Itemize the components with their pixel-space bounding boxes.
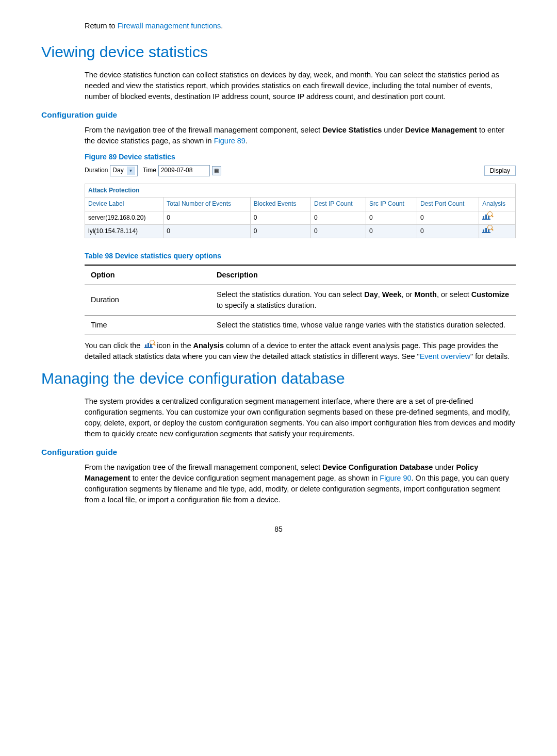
- table-row: Duration Select the statistics duration.…: [85, 285, 516, 315]
- opt-time: Time: [85, 315, 210, 335]
- cell: 0: [310, 224, 366, 238]
- page-number: 85: [41, 524, 516, 534]
- analysis-chart-icon-inline: [144, 340, 153, 351]
- bold-customize: Customize: [471, 290, 509, 299]
- txt: .: [245, 137, 248, 145]
- return-prefix: Return to: [85, 22, 118, 30]
- display-button[interactable]: Display: [484, 166, 516, 176]
- figure89: Duration Day ▾ Time 2009-07-08 ▦ Display…: [85, 165, 516, 238]
- cell: 0: [163, 224, 251, 238]
- txt: From the navigation tree of the firewall…: [85, 126, 322, 134]
- cell: 0: [250, 211, 310, 224]
- table-row: server(192.168.0.20) 0 0 0 0 0: [85, 211, 516, 224]
- txt: From the navigation tree of the firewall…: [85, 463, 322, 471]
- heading-viewing-stats: Viewing device statistics: [41, 41, 516, 63]
- heading-managing-db: Managing the device configuration databa…: [41, 367, 516, 390]
- cell-device-label: server(192.168.0.20): [85, 211, 163, 224]
- opt-duration: Duration: [85, 285, 210, 315]
- txt: , or select: [437, 290, 471, 299]
- cell-analysis[interactable]: [479, 211, 516, 224]
- cell-device-label: lyl(10.154.78.114): [85, 224, 163, 238]
- bold-analysis: Analysis: [193, 341, 224, 350]
- figure89-link[interactable]: Figure 89: [214, 137, 245, 145]
- config-guide-para-1: From the navigation tree of the firewall…: [85, 125, 516, 146]
- bold-day: Day: [364, 290, 378, 299]
- txt: under: [433, 463, 456, 471]
- cell: 0: [310, 211, 366, 224]
- col-dest-ip: Dest IP Count: [310, 198, 366, 211]
- calendar-icon[interactable]: ▦: [212, 166, 221, 175]
- cell: 0: [250, 224, 310, 238]
- desc-time: Select the statistics time, whose value …: [210, 315, 516, 335]
- bold-month: Month: [414, 290, 436, 299]
- cell: 0: [417, 224, 479, 238]
- cell: 0: [366, 211, 417, 224]
- section2-para: The system provides a centralized config…: [85, 396, 516, 439]
- table98-wrap: Option Description Duration Select the s…: [85, 265, 516, 335]
- txt: to specify a statistics duration.: [217, 301, 316, 309]
- after-table-para: You can click the icon in the Analysis c…: [85, 340, 516, 363]
- col-blocked-events: Blocked Events: [250, 198, 310, 211]
- txt: " for details.: [470, 352, 510, 360]
- table-row: Time Select the statistics time, whose v…: [85, 315, 516, 335]
- txt: under: [382, 126, 405, 134]
- figure89-caption: Figure 89 Device statistics: [85, 152, 516, 162]
- time-input[interactable]: 2009-07-08: [158, 165, 210, 176]
- return-line: Return to Firewall management functions.: [85, 21, 516, 31]
- cell: 0: [417, 211, 479, 224]
- attack-protection-title: Attack Protection: [85, 184, 516, 197]
- col-dest-port: Dest Port Count: [417, 198, 479, 211]
- duration-select[interactable]: Day ▾: [110, 165, 137, 176]
- desc-duration: Select the statistics duration. You can …: [210, 285, 516, 315]
- col-analysis: Analysis: [479, 198, 516, 211]
- bold-device-config-db: Device Configuration Database: [322, 463, 433, 471]
- duration-label: Duration: [85, 166, 108, 175]
- cell: 0: [366, 224, 417, 238]
- txt: You can click the: [85, 341, 142, 350]
- table-row: lyl(10.154.78.114) 0 0 0 0 0: [85, 224, 516, 238]
- figure-toolbar: Duration Day ▾ Time 2009-07-08 ▦ Display: [85, 165, 516, 176]
- return-suffix: .: [221, 22, 223, 30]
- config-guide-heading-2: Configuration guide: [41, 447, 516, 458]
- time-label: Time: [143, 166, 156, 175]
- section2-para2: From the navigation tree of the firewall…: [85, 462, 516, 505]
- event-overview-link[interactable]: Event overview: [420, 352, 470, 360]
- col-description: Description: [210, 265, 516, 285]
- figure90-link[interactable]: Figure 90: [380, 474, 411, 482]
- device-stats-table: Device Label Total Number of Events Bloc…: [85, 197, 516, 238]
- intro-para-1: The device statistics function can colle…: [85, 70, 516, 102]
- return-link[interactable]: Firewall management functions: [118, 22, 221, 30]
- chevron-down-icon: ▾: [127, 167, 135, 175]
- table98-caption: Table 98 Device statistics query options: [85, 251, 516, 261]
- table-header-row: Option Description: [85, 265, 516, 285]
- table98: Option Description Duration Select the s…: [85, 265, 516, 335]
- analysis-chart-icon: [482, 213, 490, 220]
- col-src-ip: Src IP Count: [366, 198, 417, 211]
- config-guide-heading-1: Configuration guide: [41, 109, 516, 121]
- cell-analysis[interactable]: [479, 224, 516, 238]
- txt: , or: [401, 290, 414, 299]
- col-total-events: Total Number of Events: [163, 198, 251, 211]
- bold-week: Week: [382, 290, 402, 299]
- duration-value: Day: [112, 166, 123, 175]
- cell: 0: [163, 211, 251, 224]
- txt: icon in the: [157, 341, 193, 350]
- txt: Select the statistics duration. You can …: [217, 290, 364, 299]
- bold-device-management: Device Management: [405, 126, 477, 134]
- txt: to enter the device configuration segmen…: [130, 474, 380, 482]
- txt: ,: [378, 290, 382, 299]
- table-header-row: Device Label Total Number of Events Bloc…: [85, 198, 516, 211]
- analysis-chart-icon: [482, 227, 490, 233]
- col-device-label: Device Label: [85, 198, 163, 211]
- col-option: Option: [85, 265, 210, 285]
- bold-device-statistics: Device Statistics: [322, 126, 382, 134]
